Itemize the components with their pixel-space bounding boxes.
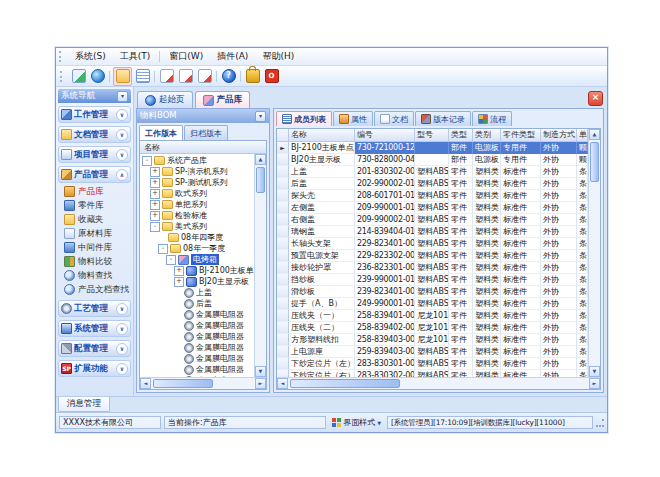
column-header[interactable]: 制造方式 (541, 129, 577, 142)
sidebar-item-product-doc-search[interactable]: 产品文档查找 (62, 283, 131, 296)
column-header[interactable]: 型号 (415, 129, 449, 142)
table-row[interactable]: 左侧盖209-990001-01X塑料ABS零件塑料类标准件外协条 (277, 202, 588, 214)
table-row[interactable]: 右侧盖209-990002-01X塑料ABS零件塑料类标准件外协条 (277, 214, 588, 226)
chevron-down-icon[interactable] (116, 149, 128, 161)
tree-item[interactable]: 欧式系列 (140, 188, 254, 199)
tree-item[interactable]: 金属膜电阻器 (140, 364, 254, 375)
sidebar-group-work[interactable]: 工作管理 (58, 106, 131, 123)
scroll-down-icon[interactable] (255, 366, 266, 377)
chevron-down-icon[interactable] (116, 363, 128, 375)
scroll-up-icon[interactable] (589, 129, 600, 140)
chevron-up-icon[interactable] (116, 169, 128, 181)
tree-item[interactable]: 电烤箱 (140, 254, 254, 265)
tree-item[interactable]: BJ20主显示板 (140, 276, 254, 287)
table-row[interactable]: 滑纱板239-823401-00X塑料ABS零件塑料类标准件外协条 (277, 286, 588, 298)
chevron-down-icon[interactable] (116, 343, 128, 355)
tree-item[interactable]: SP-测试机系列 (140, 177, 254, 188)
tab-documents[interactable]: 文档 (374, 111, 414, 126)
chevron-down-icon[interactable] (116, 303, 128, 315)
table-row[interactable]: 长轴头支架229-823401-00X塑料ABS零件塑料类标准件外协条 (277, 238, 588, 250)
ui-style-button[interactable]: 界面样式 ▼ (329, 416, 384, 429)
expand-plus-icon[interactable] (174, 277, 184, 287)
tab-product-library[interactable]: 产品库 (195, 91, 251, 108)
tree-item[interactable]: 上盖 (140, 287, 254, 298)
sidebar-item-material-compare[interactable]: 物料比较 (62, 255, 131, 268)
table-row[interactable]: 璃钢盖214-839404-01X塑料ABS零件塑料类标准件外协条 (277, 226, 588, 238)
tab-start-page[interactable]: 起始页 (137, 91, 193, 108)
sidebar-item-product-library[interactable]: 产品库 (62, 185, 131, 198)
column-header[interactable]: 类别 (473, 129, 501, 142)
sidebar-group-products[interactable]: 产品管理 (58, 166, 131, 183)
tree-item[interactable]: 系统产品库 (140, 155, 254, 166)
tree-item[interactable]: 金属膜电阻器 (140, 353, 254, 364)
sidebar-group-process[interactable]: 工艺管理 (58, 300, 131, 317)
power-icon-button[interactable] (263, 68, 280, 85)
tree-item[interactable]: 检验标准 (140, 210, 254, 221)
scroll-right-icon[interactable] (255, 378, 266, 389)
menu-window[interactable]: 窗口(W) (162, 49, 210, 64)
expand-plus-icon[interactable] (150, 167, 160, 177)
tree-item[interactable]: BJ-2100主板单点 (140, 265, 254, 276)
column-header[interactable]: 零件类型 (501, 129, 541, 142)
sidebar-item-middleware-library[interactable]: 中间件库 (62, 241, 131, 254)
table-row[interactable]: 下纱定位片（右）283-830302-00X塑料ABS零件塑料类标准件外协条 (277, 370, 588, 377)
sidebar-menu-icon[interactable]: ▾ (117, 91, 128, 102)
table-row[interactable]: BJ20主显示板730-828000-04X部件电源板专用件外协颗 (277, 154, 588, 166)
sidebar-group-configuration[interactable]: 配置管理 (58, 340, 131, 357)
sidebar-item-parts-library[interactable]: 零件库 (62, 199, 131, 212)
scroll-left-icon[interactable] (140, 378, 151, 389)
table-row[interactable]: 压线夹（一）258-839401-00X尼龙1010零件塑料类标准件外协条 (277, 310, 588, 322)
column-header[interactable]: 编号 (355, 129, 415, 142)
scroll-thumb[interactable] (290, 379, 400, 388)
tab-workflow[interactable]: 流程 (472, 111, 512, 126)
column-header[interactable]: 名称 (289, 129, 355, 142)
tree-item[interactable]: 后盖 (140, 298, 254, 309)
tree-item[interactable]: SP-演示机系列 (140, 166, 254, 177)
tree-item[interactable]: 金属膜电阻器 (140, 309, 254, 320)
scroll-left-icon[interactable] (277, 378, 288, 389)
tree-item[interactable]: 08年四季度 (140, 232, 254, 243)
message-tab[interactable]: 消息管理 (58, 397, 110, 412)
sidebar-group-projects[interactable]: 项目管理 (58, 146, 131, 163)
expand-plus-icon[interactable] (150, 211, 160, 221)
expand-plus-icon[interactable] (150, 189, 160, 199)
scroll-down-icon[interactable] (589, 366, 600, 377)
expand-minus-icon[interactable] (150, 222, 160, 232)
column-header[interactable]: 单位 (577, 129, 588, 142)
expand-plus-icon[interactable] (174, 266, 184, 276)
folder-icon-button[interactable] (113, 67, 132, 86)
tab-working-version[interactable]: 工作版本 (139, 125, 183, 140)
globe-icon-button[interactable] (89, 68, 106, 85)
table-row[interactable]: 下纱定位片（左）283-830301-00X塑料ABS零件塑料类标准件外协条 (277, 358, 588, 370)
tab-version-history[interactable]: 版本记录 (415, 111, 471, 126)
scroll-right-icon[interactable] (589, 378, 600, 389)
tab-archived-version[interactable]: 归档版本 (184, 125, 228, 140)
table-row[interactable]: 上盖201-830302-00X塑料ABS零件塑料类标准件外协条 (277, 166, 588, 178)
expand-plus-icon[interactable] (150, 178, 160, 188)
chevron-down-icon[interactable] (116, 109, 128, 121)
table-row[interactable]: 探头壳208-601701-01X塑料ABS零件塑料类标准件外协条 (277, 190, 588, 202)
doc-edit-icon-button[interactable] (177, 68, 194, 85)
grid-horizontal-scrollbar[interactable] (277, 377, 600, 389)
tree-vertical-scrollbar[interactable] (254, 154, 266, 377)
bom-panel-menu-icon[interactable]: ▾ (255, 111, 266, 122)
sidebar-group-extensions[interactable]: 扩展功能 (58, 360, 131, 377)
table-row[interactable]: 压线夹（二）258-839402-00X尼龙1010零件塑料类标准件外协条 (277, 322, 588, 334)
menu-system[interactable]: 系统(S) (68, 49, 113, 64)
doc-delete-icon-button[interactable] (196, 68, 213, 85)
menu-plugins[interactable]: 插件(A) (210, 49, 255, 64)
table-row[interactable]: 提手（A、B）249-990001-01X塑料ABS零件塑料类标准件外协条 (277, 298, 588, 310)
expand-minus-icon[interactable] (166, 255, 176, 265)
tree-item[interactable]: 金属膜电阻器 (140, 342, 254, 353)
tree-item[interactable]: 金属膜电阻器 (140, 320, 254, 331)
grid-vertical-scrollbar[interactable] (588, 129, 600, 377)
menubar-grip[interactable] (59, 51, 66, 62)
doc-add-icon-button[interactable] (158, 68, 175, 85)
sidebar-item-favorites[interactable]: 收藏夹 (62, 213, 131, 226)
table-row[interactable]: 方形塑料线扣258-839403-00X尼龙1010零件塑料类标准件外协条 (277, 334, 588, 346)
expand-minus-icon[interactable] (158, 244, 168, 254)
table-row[interactable]: 预置电源支架229-823302-00X塑料ABS零件塑料类标准件外协条 (277, 250, 588, 262)
table-row[interactable]: 上电源座259-839403-00X塑料ABS零件塑料类标准件外协条 (277, 346, 588, 358)
sidebar-item-raw-materials[interactable]: 原材料库 (62, 227, 131, 240)
tree-item[interactable]: 单把系列 (140, 199, 254, 210)
